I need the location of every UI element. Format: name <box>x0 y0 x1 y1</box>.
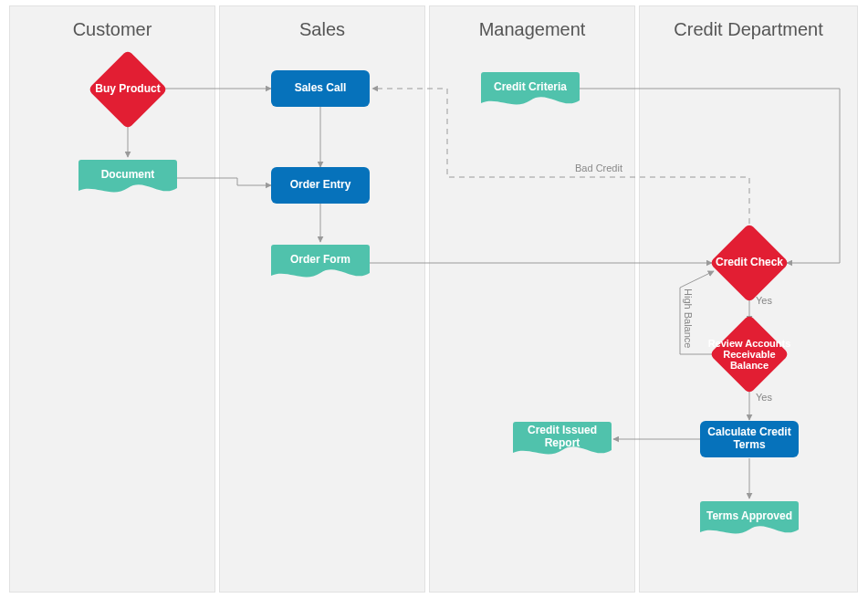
edge-label-bad-credit: Bad Credit <box>575 163 622 173</box>
node-order-entry-label: Order Entry <box>290 179 351 192</box>
node-credit-check-label: Credit Check <box>706 257 793 268</box>
node-document-label: Document <box>78 158 177 196</box>
node-credit-check: Credit Check <box>720 234 779 292</box>
node-buy-product: Buy Product <box>99 60 157 119</box>
node-calculate-terms-label: Calculate Credit Terms <box>700 426 799 452</box>
lane-header-credit: Credit Department <box>640 6 857 49</box>
node-order-form-label: Order Form <box>271 243 370 281</box>
node-calculate-terms: Calculate Credit Terms <box>700 421 799 457</box>
lane-header-management: Management <box>430 6 634 49</box>
lane-header-sales: Sales <box>220 6 424 49</box>
node-buy-product-label: Buy Product <box>84 83 172 95</box>
swimlane-flowchart: Customer Sales Management Credit Departm… <box>0 0 868 598</box>
node-credit-issued-label: Credit Issued Report <box>513 420 612 458</box>
node-credit-issued: Credit Issued Report <box>513 420 612 458</box>
node-credit-criteria: Credit Criteria <box>481 70 580 109</box>
node-order-form: Order Form <box>271 243 370 281</box>
lane-header-customer: Customer <box>10 6 214 49</box>
node-order-entry: Order Entry <box>271 167 370 204</box>
node-document: Document <box>78 158 177 196</box>
node-credit-criteria-label: Credit Criteria <box>481 70 580 109</box>
node-review-balance-label: Review Accounts Receivable Balance <box>706 338 793 371</box>
edge-label-high-balance: High Balance <box>683 289 694 348</box>
node-sales-call: Sales Call <box>271 70 370 107</box>
edge-label-yes1: Yes <box>756 295 772 306</box>
edge-label-yes2: Yes <box>756 392 772 403</box>
node-review-balance: Review Accounts Receivable Balance <box>720 325 779 383</box>
node-terms-approved: Terms Approved <box>700 499 799 538</box>
node-sales-call-label: Sales Call <box>295 82 347 95</box>
node-terms-approved-label: Terms Approved <box>700 499 799 538</box>
